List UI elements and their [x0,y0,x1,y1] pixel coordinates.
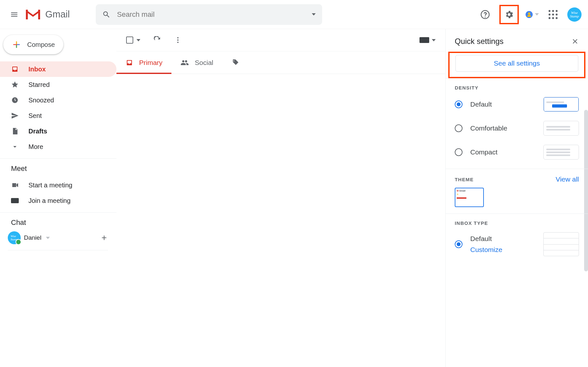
sidebar-item-snoozed[interactable]: Snoozed [0,92,116,108]
refresh-button[interactable] [153,36,161,44]
theme-section-title: THEME [455,177,474,182]
chat-user-name: Daniel [24,234,41,241]
keyboard-icon [419,37,429,43]
density-label: Comfortable [470,124,536,132]
input-tools-button[interactable] [419,37,436,43]
header: Gmail WiseStamp [0,0,588,29]
sidebar-item-starred[interactable]: Starred [0,77,116,92]
search-icon [102,10,111,19]
plus-icon [12,40,21,49]
people-icon [180,58,189,67]
compose-button[interactable]: Compose [3,35,63,54]
svg-point-1 [528,12,530,15]
meet-section-title: Meet [0,164,116,173]
send-icon [11,112,19,120]
gmail-logo[interactable]: Gmail [25,8,70,21]
meet-item-label: Join a meeting [28,197,71,204]
tab-social[interactable]: Social [171,51,222,74]
drafts-icon [11,127,19,135]
help-button[interactable] [477,7,493,22]
sidebar-item-label: Starred [28,81,50,89]
density-label: Default [470,100,536,108]
see-all-settings-button[interactable]: See all settings [455,55,578,72]
profile-avatar[interactable]: WiseStamp [567,7,582,22]
tab-label: Primary [139,59,162,67]
keyboard-icon [11,197,19,204]
inbox-type-section-title: INBOX TYPE [455,220,579,226]
density-option-comfortable[interactable]: Comfortable [455,121,579,136]
sidebar-item-more[interactable]: More [0,139,116,154]
sidebar-item-drafts[interactable]: Drafts [0,123,116,139]
radio-icon [455,240,463,248]
density-label: Compact [470,148,536,156]
tab-label: Social [195,59,213,67]
inbox-type-preview [543,232,579,256]
tab-primary[interactable]: Primary [116,51,171,74]
compose-label: Compose [27,41,55,48]
density-option-compact[interactable]: Compact [455,145,579,160]
select-all-checkbox[interactable] [126,37,140,44]
search-input[interactable] [117,10,305,19]
gmail-icon [25,8,41,21]
sidebar-item-label: Sent [28,112,42,120]
search-advanced-dropdown-icon[interactable] [312,13,316,16]
radio-icon [455,100,463,108]
video-icon [11,181,19,189]
sidebar-item-sent[interactable]: Sent [0,108,116,123]
chevron-down-icon[interactable] [46,237,50,239]
close-icon [571,37,579,45]
more-vert-icon [174,36,182,44]
clock-icon [11,96,19,104]
sidebar-item-label: More [28,143,43,151]
inbox-customize-link[interactable]: Customize [470,246,536,254]
inbox-icon [11,65,19,73]
inbox-type-label: Default [470,235,536,243]
gear-icon [504,10,514,19]
mail-pane: Primary Social [116,29,446,367]
radio-icon [455,148,463,156]
apps-grid-icon [549,10,558,19]
mail-toolbar [116,29,445,51]
chat-add-button[interactable]: + [102,233,107,243]
density-option-default[interactable]: Default [455,97,579,112]
quick-settings-title: Quick settings [455,37,504,46]
more-button[interactable] [174,36,182,44]
inbox-icon [125,59,133,67]
category-tabs: Primary Social [116,51,445,74]
settings-button[interactable] [499,5,519,24]
sidebar-item-inbox[interactable]: Inbox [0,61,116,77]
chevron-down-icon [11,143,19,151]
tab-promotions[interactable] [223,51,248,74]
density-preview [543,97,579,112]
radio-icon [455,124,463,132]
density-preview [543,121,579,136]
chevron-down-icon [136,39,140,41]
density-section-title: DENSITY [455,85,579,90]
main-menu-button[interactable] [6,7,22,22]
inbox-type-default[interactable]: Default Customize [455,232,579,256]
refresh-icon [153,36,161,44]
svg-point-3 [177,37,179,38]
meet-start-meeting[interactable]: Start a meeting [0,177,116,193]
search-bar[interactable] [96,4,322,25]
star-icon [11,81,19,89]
google-apps-button[interactable] [545,7,561,22]
chat-user-row[interactable]: WiseStamp Daniel + [0,231,116,244]
checkbox-icon [126,37,133,44]
close-quick-settings-button[interactable] [571,37,579,45]
svg-point-4 [177,39,179,41]
hamburger-icon [10,10,18,19]
chevron-down-icon [432,39,436,41]
sidebar-item-label: Drafts [28,128,47,135]
chat-section-title: Chat [0,218,116,227]
theme-thumbnail[interactable]: M Gmail + [455,188,484,207]
meet-item-label: Start a meeting [28,182,72,189]
tag-icon [232,59,239,67]
account-switcher[interactable] [525,11,539,18]
gmail-text: Gmail [45,9,70,20]
account-icon [525,11,533,18]
sidebar-item-label: Snoozed [28,97,54,104]
meet-join-meeting[interactable]: Join a meeting [0,193,116,208]
theme-view-all-link[interactable]: View all [556,175,579,183]
help-icon [480,10,490,19]
